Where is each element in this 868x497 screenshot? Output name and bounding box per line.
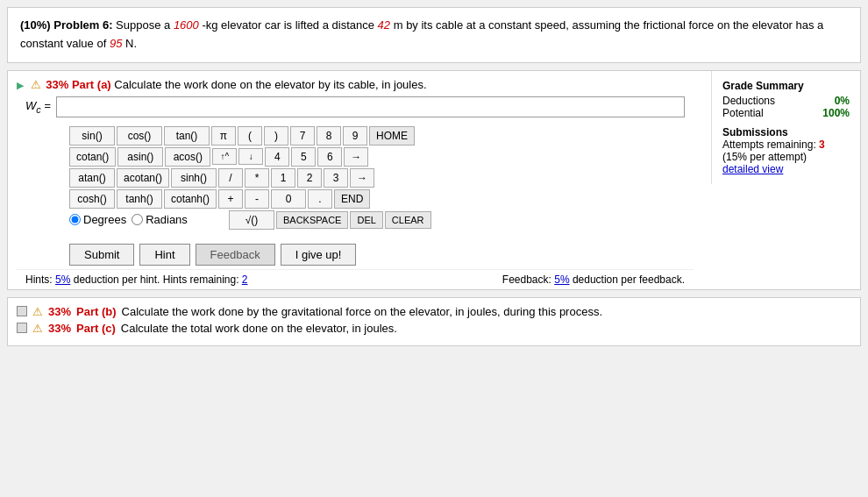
- give-up-button[interactable]: I give up!: [281, 244, 357, 266]
- key-2[interactable]: 2: [297, 168, 322, 188]
- sinh-button[interactable]: sinh(): [171, 168, 217, 188]
- detailed-view-anchor[interactable]: detailed view: [722, 163, 783, 175]
- keypad-row-4: cosh() tanh() cotanh() + - 0 . END: [69, 189, 685, 209]
- problem-text2: -kg elevator car is lifted a distance: [202, 18, 377, 32]
- del-button[interactable]: DEL: [350, 211, 382, 229]
- part-c-row: ⚠ 33% Part (c) Calculate the total work …: [17, 322, 851, 335]
- key-3[interactable]: 3: [324, 168, 348, 188]
- dot-button[interactable]: .: [308, 189, 332, 209]
- minus-button[interactable]: -: [245, 189, 269, 209]
- grade-summary: Grade Summary Deductions 0% Potential 10…: [711, 71, 860, 184]
- attempts-value: 3: [819, 138, 825, 151]
- part-b-label: Part (b): [76, 305, 117, 318]
- part-a-percent: 33%: [46, 78, 68, 91]
- feedback-pct-link[interactable]: 5%: [554, 273, 569, 286]
- answer-input[interactable]: [56, 96, 685, 117]
- lparen-button[interactable]: (: [238, 126, 262, 146]
- acos-button[interactable]: acos(): [165, 147, 210, 167]
- problem-box: (10%) Problem 6: Suppose a 1600 -kg elev…: [7, 7, 861, 63]
- hints-label: Hints:: [25, 273, 53, 286]
- end-button[interactable]: END: [334, 189, 370, 209]
- hints-pct-link[interactable]: 5%: [55, 273, 70, 286]
- hints-text2: deduction per hint. Hints remaining:: [74, 273, 242, 286]
- acotan-button[interactable]: acotan(): [117, 168, 169, 188]
- clear-button[interactable]: CLEAR: [385, 211, 431, 229]
- part-a-title: ▶ ⚠ 33% Part (a) Calculate the work done…: [17, 78, 694, 91]
- problem-prefix: (10%) Problem 6:: [20, 18, 112, 32]
- sin-button[interactable]: sin(): [69, 126, 115, 146]
- feedback-button[interactable]: Feedback: [196, 244, 275, 266]
- multiply-button[interactable]: *: [245, 168, 269, 188]
- key-5[interactable]: 5: [291, 147, 316, 167]
- attempts-label: Attempts remaining:: [722, 138, 816, 151]
- attempts-pct: (15% per attempt): [722, 151, 850, 163]
- plus-button[interactable]: +: [218, 189, 243, 209]
- key-8[interactable]: 8: [317, 126, 341, 146]
- key-0[interactable]: 0: [271, 189, 306, 209]
- expand-triangle[interactable]: ▶: [17, 80, 24, 90]
- home-button[interactable]: HOME: [369, 126, 415, 146]
- potential-row: Potential 100%: [722, 107, 850, 119]
- warn-icon: ⚠: [31, 78, 41, 91]
- problem-text4: N.: [125, 37, 137, 50]
- rparen-button[interactable]: ): [264, 126, 288, 146]
- submissions-section: Submissions Attempts remaining: 3 (15% p…: [722, 126, 850, 175]
- cotanh-button[interactable]: cotanh(): [164, 189, 217, 209]
- problem-text1: Suppose a: [116, 18, 174, 32]
- key-6[interactable]: 6: [317, 147, 342, 167]
- keypad-row-5: Degrees Radians √() BACKSPACE DEL CLEAR: [69, 210, 685, 230]
- feedback-text2: deduction per feedback.: [573, 273, 685, 286]
- cos-button[interactable]: cos(): [117, 126, 162, 146]
- hints-row: Hints: 5% deduction per hint. Hints rema…: [17, 269, 694, 289]
- submit-button[interactable]: Submit: [69, 244, 134, 266]
- degrees-radio-label[interactable]: Degrees: [69, 213, 126, 226]
- hint-button[interactable]: Hint: [139, 244, 189, 266]
- radians-radio[interactable]: [132, 214, 143, 225]
- part-b-percent: 33%: [48, 305, 71, 318]
- atan-button[interactable]: atan(): [69, 168, 115, 188]
- potential-value: 100%: [822, 107, 850, 119]
- key-9[interactable]: 9: [343, 126, 367, 146]
- cotan-button[interactable]: cotan(): [69, 147, 116, 167]
- submissions-title: Submissions: [722, 126, 850, 138]
- part-c-description: Calculate the total work done on the ele…: [121, 322, 397, 335]
- part-c-square: [17, 323, 27, 333]
- asin-button[interactable]: asin(): [117, 147, 163, 167]
- key-1[interactable]: 1: [271, 168, 295, 188]
- down-arrow-button[interactable]: ↓: [238, 148, 263, 165]
- part-b-square: [17, 306, 27, 316]
- feedback-label: Feedback:: [502, 273, 551, 286]
- detailed-view-link[interactable]: detailed view: [722, 163, 850, 175]
- part-b-warn: ⚠: [32, 305, 43, 318]
- backspace-button[interactable]: BACKSPACE: [276, 211, 348, 229]
- hints-remaining-link[interactable]: 2: [242, 273, 248, 286]
- grade-summary-title: Grade Summary: [722, 80, 850, 92]
- keypad-area: sin() cos() tan() π ( ) 7 8 9 HOME cotan…: [17, 123, 694, 237]
- right-arrow-button[interactable]: →: [344, 147, 368, 167]
- key-7[interactable]: 7: [290, 126, 315, 146]
- part-b-description: Calculate the work done by the gravitati…: [122, 305, 602, 318]
- cosh-button[interactable]: cosh(): [69, 189, 115, 209]
- page-container: (10%) Problem 6: Suppose a 1600 -kg elev…: [0, 0, 868, 497]
- main-panel: ▶ ⚠ 33% Part (a) Calculate the work done…: [7, 70, 861, 290]
- degrees-radio[interactable]: [69, 214, 81, 225]
- pi-button[interactable]: π: [211, 126, 236, 146]
- hints-left: Hints: 5% deduction per hint. Hints rema…: [25, 273, 248, 286]
- part-c-label: Part (c): [76, 322, 116, 335]
- sqrt-button[interactable]: √(): [229, 210, 274, 230]
- tanh-button[interactable]: tanh(): [117, 189, 162, 209]
- feedback-info: Feedback: 5% deduction per feedback.: [502, 273, 685, 286]
- tan-button[interactable]: tan(): [164, 126, 210, 146]
- up-arrow-button[interactable]: ↑^: [212, 148, 237, 165]
- problem-friction: 95: [110, 37, 122, 50]
- keypad-row-1: sin() cos() tan() π ( ) 7 8 9 HOME: [69, 126, 685, 146]
- part-a-description: Calculate the work done on the elevator …: [114, 78, 426, 91]
- radians-radio-label[interactable]: Radians: [132, 213, 188, 226]
- attempts-row: Attempts remaining: 3: [722, 138, 850, 151]
- key-4[interactable]: 4: [265, 147, 289, 167]
- right-arrow-button-2[interactable]: →: [350, 168, 374, 188]
- keypad-row-3: atan() acotan() sinh() / * 1 2 3 →: [69, 168, 685, 188]
- keypad-row-2: cotan() asin() acos() ↑^ ↓ 4 5 6 →: [69, 147, 685, 167]
- part-b-row: ⚠ 33% Part (b) Calculate the work done b…: [17, 305, 851, 318]
- divide-button[interactable]: /: [218, 168, 243, 188]
